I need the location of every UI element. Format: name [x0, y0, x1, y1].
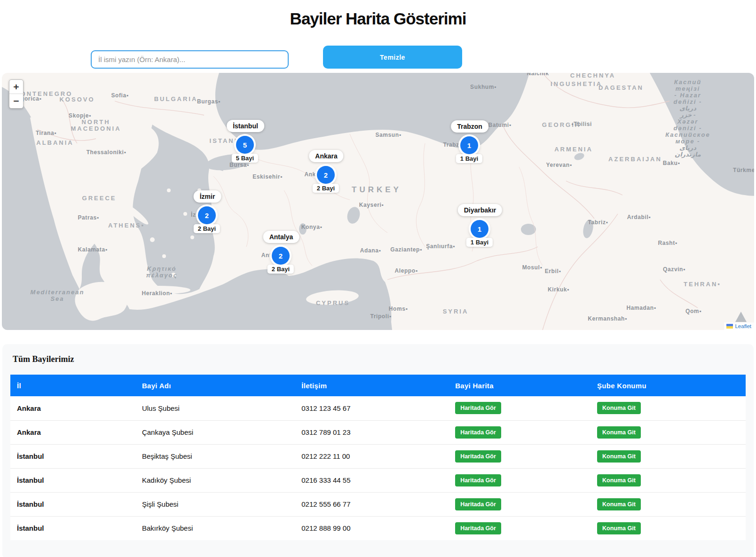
cluster-marker-i̇zmir[interactable]: 2 — [198, 206, 216, 224]
city-search-input[interactable] — [91, 50, 289, 69]
marker-count-tooltip: 2 Bayi — [268, 265, 294, 274]
cell-bayi-adi: Bakırköy Şubesi — [135, 516, 295, 540]
dealers-card: Tüm Bayilerimiz İl Bayi Adı İletişim Bay… — [2, 344, 754, 557]
cell-il: Ankara — [10, 420, 135, 444]
konuma-git-button[interactable]: Konuma Git — [597, 426, 641, 439]
cell-bayi-harita: Haritada Gör — [449, 420, 591, 444]
cell-bayi-adi: Çankaya Şubesi — [135, 420, 295, 444]
search-controls: Temizle — [0, 28, 756, 73]
map-attribution: Leaflet — [724, 322, 754, 330]
table-row: İstanbulBakırköy Şubesi0212 888 99 00Har… — [10, 516, 746, 540]
cluster-marker-antalya[interactable]: 2 — [272, 247, 290, 265]
cell-iletisim: 0212 888 99 00 — [295, 516, 449, 540]
cell-sube-konumu: Konuma Git — [591, 492, 746, 516]
konuma-git-button[interactable]: Konuma Git — [597, 450, 641, 463]
zoom-in-button[interactable]: + — [9, 80, 23, 94]
haritada-gor-button[interactable]: Haritada Gör — [455, 474, 501, 486]
cell-bayi-adi: Ulus Şubesi — [135, 396, 295, 420]
col-bayi-harita: Bayi Harita — [449, 375, 591, 396]
cell-sube-konumu: Konuma Git — [591, 396, 746, 420]
zoom-out-button[interactable]: − — [9, 94, 23, 108]
marker-city-label: Trabzon — [451, 120, 488, 133]
konuma-git-button[interactable]: Konuma Git — [597, 402, 641, 414]
col-sube-konumu: Şube Konumu — [591, 375, 746, 396]
cell-il: Ankara — [10, 396, 135, 420]
haritada-gor-button[interactable]: Haritada Gör — [455, 426, 501, 439]
table-header-row: İl Bayi Adı İletişim Bayi Harita Şube Ko… — [10, 375, 746, 396]
clear-button[interactable]: Temizle — [323, 46, 462, 69]
marker-city-label: Diyarbakır — [458, 204, 502, 216]
cell-bayi-harita: Haritada Gör — [449, 516, 591, 540]
page-title: Bayiler Harita Gösterimi — [0, 9, 756, 28]
cell-il: İstanbul — [10, 444, 135, 468]
leaflet-link[interactable]: Leaflet — [735, 323, 751, 329]
cell-sube-konumu: Konuma Git — [591, 420, 746, 444]
marker-count-tooltip: 1 Bayi — [456, 154, 482, 163]
ukraine-flag-icon — [726, 324, 733, 329]
cell-bayi-adi: Kadıköy Şubesi — [135, 468, 295, 492]
cell-iletisim: 0312 789 01 23 — [295, 420, 449, 444]
table-row: AnkaraÇankaya Şubesi0312 789 01 23Harita… — [10, 420, 746, 444]
haritada-gor-button[interactable]: Haritada Gör — [455, 402, 501, 414]
konuma-git-button[interactable]: Konuma Git — [597, 498, 641, 510]
cell-il: İstanbul — [10, 492, 135, 516]
cell-bayi-harita: Haritada Gör — [449, 444, 591, 468]
cell-sube-konumu: Konuma Git — [591, 468, 746, 492]
cell-bayi-harita: Haritada Gör — [449, 492, 591, 516]
marker-city-label: İstanbul — [227, 120, 264, 132]
cell-sube-konumu: Konuma Git — [591, 444, 746, 468]
map-canvas — [2, 73, 754, 330]
marker-city-label: Antalya — [263, 231, 299, 243]
col-iletisim: İletişim — [295, 375, 449, 396]
cell-il: İstanbul — [10, 468, 135, 492]
haritada-gor-button[interactable]: Haritada Gör — [455, 498, 501, 510]
haritada-gor-button[interactable]: Haritada Gör — [455, 450, 501, 463]
zoom-control: + − — [9, 79, 24, 109]
konuma-git-button[interactable]: Konuma Git — [597, 522, 641, 534]
cell-bayi-adi: Beşiktaş Şubesi — [135, 444, 295, 468]
cluster-marker-trabzon[interactable]: 1 — [460, 136, 478, 154]
cluster-marker-diyarbakır[interactable]: 1 — [471, 220, 488, 238]
cell-sube-konumu: Konuma Git — [591, 516, 746, 540]
table-row: İstanbulKadıköy Şubesi0216 333 44 55Hari… — [10, 468, 746, 492]
table-row: İstanbulŞişli Şubesi0212 555 66 77Harita… — [10, 492, 746, 516]
dealers-heading: Tüm Bayilerimiz — [13, 354, 743, 364]
table-row: AnkaraUlus Şubesi0312 123 45 67Haritada … — [10, 396, 746, 420]
cluster-marker-i̇stanbul[interactable]: 5 — [236, 136, 254, 154]
cell-iletisim: 0216 333 44 55 — [295, 468, 449, 492]
cell-iletisim: 0212 222 11 00 — [295, 444, 449, 468]
konuma-git-button[interactable]: Konuma Git — [597, 474, 641, 486]
marker-count-tooltip: 1 Bayi — [466, 238, 493, 247]
cluster-marker-ankara[interactable]: 2 — [317, 166, 335, 184]
marker-count-tooltip: 5 Bayi — [232, 154, 258, 163]
leaflet-map[interactable]: MONTENEGROKOSOVOBULGARIANORTH MACEDONIAA… — [2, 73, 754, 330]
cell-il: İstanbul — [10, 516, 135, 540]
cell-iletisim: 0312 123 45 67 — [295, 396, 449, 420]
col-bayi-adi: Bayi Adı — [135, 375, 295, 396]
marker-count-tooltip: 2 Bayi — [313, 184, 339, 193]
table-row: İstanbulBeşiktaş Şubesi0212 222 11 00Har… — [10, 444, 746, 468]
mountain-icon — [735, 312, 747, 322]
haritada-gor-button[interactable]: Haritada Gör — [455, 522, 501, 534]
marker-city-label: İzmir — [194, 190, 221, 203]
cell-bayi-harita: Haritada Gör — [449, 468, 591, 492]
cell-bayi-harita: Haritada Gör — [449, 396, 591, 420]
cell-iletisim: 0212 555 66 77 — [295, 492, 449, 516]
dealers-table: İl Bayi Adı İletişim Bayi Harita Şube Ko… — [10, 375, 746, 540]
marker-city-label: Ankara — [309, 150, 343, 162]
col-il: İl — [10, 375, 135, 396]
cell-bayi-adi: Şişli Şubesi — [135, 492, 295, 516]
marker-count-tooltip: 2 Bayi — [194, 224, 220, 233]
